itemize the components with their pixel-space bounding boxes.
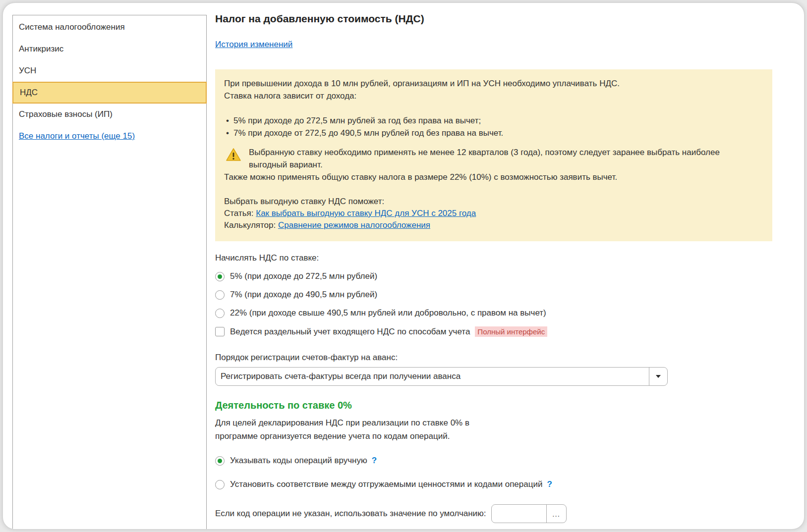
default-code-field: ... [491, 504, 567, 523]
calculator-label: Калькулятор: [224, 220, 278, 230]
warning-note: Выбранную ставку необходимо применять не… [224, 146, 763, 171]
invoice-order-label: Порядок регистрации счетов-фактур на ава… [215, 353, 776, 363]
codes-option-label: Указывать коды операций вручную [230, 456, 367, 466]
sidebar-item-label: Система налогообложения [19, 22, 125, 32]
settings-window: Система налогообложения Антикризис УСН Н… [2, 2, 805, 530]
invoice-order-selected-value: Регистрировать счета-фактуры всегда при … [216, 372, 649, 381]
radio-rate-7[interactable] [215, 290, 225, 300]
article-row: Статья: Как выбрать выгодную ставку НДС … [224, 208, 763, 219]
warning-text: Выбранную ставку необходимо применять не… [249, 146, 754, 171]
sidebar-item-usn[interactable]: УСН [13, 60, 206, 82]
calculator-row: Калькулятор: Сравнение режимов налогообл… [224, 219, 763, 231]
separate-accounting-checkbox[interactable] [215, 327, 225, 336]
default-code-label: Если код операции не указан, использоват… [215, 509, 486, 519]
separate-accounting-row[interactable]: Ведется раздельный учет входящего НДС по… [215, 326, 776, 337]
sidebar-item-nds-active[interactable]: НДС [12, 82, 207, 104]
info-line-2: Ставка налога зависит от дохода: [224, 90, 763, 102]
codes-mapping-option[interactable]: Установить соответствие между отгружаемы… [215, 479, 776, 489]
chevron-down-icon [656, 375, 661, 378]
rate-option-label: 5% (при доходе до 272,5 млн рублей) [230, 271, 377, 281]
radio-rate-22[interactable] [215, 309, 225, 318]
help-question-icon[interactable]: ? [372, 456, 377, 466]
full-interface-badge: Полный интерфейс [475, 326, 547, 337]
rate-option-7[interactable]: 7% (при доходе до 490,5 млн рублей) [215, 290, 776, 300]
sidebar-item-insurance-contributions[interactable]: Страховые взносы (ИП) [13, 104, 206, 125]
sidebar-item-label: НДС [20, 88, 38, 98]
bullet-5-percent: 5% при доходе до 272,5 млн рублей за год… [224, 114, 763, 127]
all-taxes-link[interactable]: Все налоги и отчеты (еще 15) [19, 131, 135, 141]
rate-option-label: 7% (при доходе до 490,5 млн рублей) [230, 290, 377, 300]
rate-option-22[interactable]: 22% (при доходе свыше 490,5 млн рублей и… [215, 308, 776, 318]
help-links-block: Выбрать выгодную ставку НДС поможет: Ста… [224, 196, 763, 231]
help-intro: Выбрать выгодную ставку НДС поможет: [224, 196, 763, 208]
page-title: Налог на добавленную стоимость (НДС) [215, 13, 776, 25]
sidebar-item-taxation-system[interactable]: Система налогообложения [13, 16, 206, 38]
radio-codes-manual-selected[interactable] [215, 456, 225, 466]
sidebar-item-all-taxes-link[interactable]: Все налоги и отчеты (еще 15) [13, 125, 206, 147]
sidebar-item-label: УСН [19, 66, 36, 76]
radio-rate-5-selected[interactable] [215, 272, 225, 281]
calculator-link[interactable]: Сравнение режимов налогообложения [278, 220, 430, 230]
sidebar-item-label: Страховые взносы (ИП) [19, 109, 113, 119]
sidebar-item-label: Антикризис [19, 44, 63, 54]
article-link[interactable]: Как выбрать выгодную ставку НДС для УСН … [256, 209, 476, 218]
info-line-1: При превышении дохода в 10 млн рублей, о… [224, 77, 763, 90]
codes-option-label: Установить соответствие между отгружаемы… [230, 479, 542, 489]
nds-info-box: При превышении дохода в 10 млн рублей, о… [215, 69, 772, 241]
codes-manual-option[interactable]: Указывать коды операций вручную ? [215, 456, 776, 466]
help-question-icon[interactable]: ? [547, 479, 552, 489]
zero-rate-heading: Деятельность по ставке 0% [215, 400, 776, 411]
sidebar-item-anticrisis[interactable]: Антикризис [13, 38, 206, 60]
default-code-row: Если код операции не указан, использоват… [215, 504, 776, 523]
separate-accounting-label: Ведется раздельный учет входящего НДС по… [230, 327, 470, 337]
bullet-7-percent: 7% при доходе от 272,5 до 490,5 млн рубл… [224, 127, 763, 139]
radio-codes-mapping[interactable] [215, 480, 225, 489]
ellipsis-picker-button[interactable]: ... [546, 505, 566, 523]
general-rate-note: Также можно применять общую ставку налог… [224, 171, 763, 183]
article-label: Статья: [224, 209, 256, 218]
warning-triangle-icon [226, 148, 241, 165]
nds-settings-panel: Налог на добавленную стоимость (НДС) Ист… [215, 3, 776, 523]
rate-section-label: Начислять НДС по ставке: [215, 253, 776, 263]
taxes-sidebar: Система налогообложения Антикризис УСН Н… [12, 15, 207, 530]
zero-rate-description: Для целей декларирования НДС при реализа… [215, 416, 776, 443]
rate-option-label: 22% (при доходе свыше 490,5 млн рублей и… [230, 308, 546, 318]
rate-option-5[interactable]: 5% (при доходе до 272,5 млн рублей) [215, 271, 776, 281]
default-code-input[interactable] [492, 505, 546, 523]
rate-bullet-list: 5% при доходе до 272,5 млн рублей за год… [224, 114, 763, 139]
invoice-order-dropdown[interactable]: Регистрировать счета-фактуры всегда при … [215, 367, 668, 386]
dropdown-arrow-button[interactable] [649, 368, 667, 385]
history-link[interactable]: История изменений [215, 40, 292, 50]
